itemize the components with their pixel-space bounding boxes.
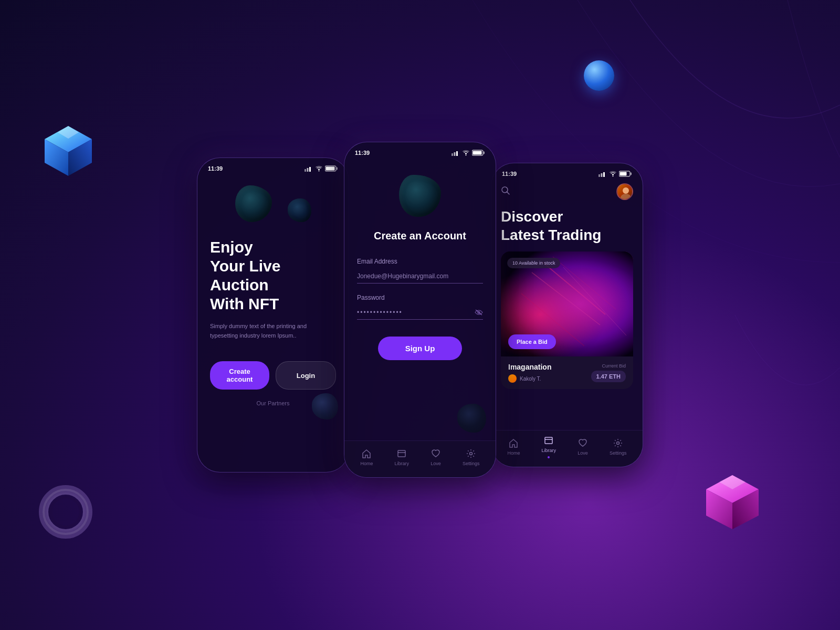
bid-info: Current Bid 1.47 ETH (591, 363, 626, 382)
svg-rect-11 (304, 169, 306, 172)
svg-rect-12 (307, 168, 309, 172)
blob-decoration (210, 175, 336, 238)
email-input[interactable] (357, 269, 483, 284)
library-icon-right (543, 435, 554, 446)
bid-label: Current Bid (591, 363, 626, 369)
svg-point-33 (613, 175, 614, 176)
svg-point-51 (617, 442, 620, 444)
place-bid-button[interactable]: Place a Bid (508, 334, 556, 349)
nav-home-right[interactable]: Home (507, 438, 520, 456)
phone-left: 11:39 (197, 158, 349, 472)
phones-container: 11:39 (197, 147, 643, 483)
library-icon-center (396, 448, 407, 459)
svg-line-38 (507, 192, 510, 195)
email-field-group: Email Address (357, 258, 483, 284)
svg-rect-17 (326, 167, 335, 171)
nav-love-label-center: Love (430, 461, 441, 466)
blob-small (288, 198, 311, 222)
wifi-icon (315, 166, 323, 172)
time-left: 11:39 (208, 165, 223, 172)
status-icons-left (304, 165, 338, 172)
nav-settings-center[interactable]: Settings (463, 448, 480, 466)
love-icon-center (430, 448, 441, 459)
bottom-nav-center: Home Library Love Setting (344, 440, 496, 477)
status-icons-center (452, 150, 485, 156)
svg-rect-32 (603, 172, 605, 177)
nav-home-label-center: Home (360, 461, 373, 466)
home-icon-center (361, 448, 372, 459)
settings-icon-center (466, 448, 476, 459)
time-right: 11:39 (502, 171, 517, 177)
sphere-blue-decoration (584, 60, 614, 91)
battery-icon (325, 165, 338, 172)
nft-card: 10 Available in stock Place a Bid Imagan… (501, 251, 633, 389)
svg-rect-16 (337, 167, 338, 170)
nft-creator: Kakoly T. (508, 374, 551, 383)
time-center: 11:39 (355, 150, 370, 156)
nav-home-center[interactable]: Home (360, 448, 373, 466)
password-input[interactable] (357, 306, 483, 320)
nav-settings-label-center: Settings (463, 461, 480, 466)
blob-bottom-center (457, 404, 486, 433)
nav-library-center[interactable]: Library (394, 448, 409, 466)
create-account-button[interactable]: Create account (210, 361, 269, 390)
home-icon-right (508, 438, 519, 448)
creator-name: Kakoly T. (520, 376, 541, 382)
status-icons-right (598, 171, 632, 177)
nav-settings-right[interactable]: Settings (610, 438, 627, 456)
discover-title: Discover Latest Trading (491, 205, 643, 251)
svg-point-40 (621, 194, 631, 200)
svg-point-29 (470, 452, 472, 455)
svg-rect-36 (620, 172, 627, 176)
email-input-wrapper (357, 269, 483, 284)
wifi-icon-r (609, 171, 617, 177)
signal-icon (304, 166, 313, 172)
svg-rect-30 (598, 174, 600, 177)
svg-line-48 (563, 267, 626, 335)
battery-icon-r (619, 171, 632, 177)
user-avatar[interactable] (616, 183, 633, 200)
right-header (491, 180, 643, 205)
svg-point-21 (466, 154, 467, 155)
svg-rect-27 (398, 450, 405, 457)
status-bar-left: 11:39 (197, 158, 349, 175)
svg-line-46 (553, 257, 616, 309)
pink-cube-decoration (693, 467, 772, 546)
toggle-password-icon[interactable] (475, 309, 483, 317)
blob-large (235, 185, 272, 222)
nav-library-right[interactable]: Library (541, 435, 556, 458)
active-dot (548, 456, 550, 458)
nav-library-label-center: Library (394, 461, 409, 466)
login-button[interactable]: Login (276, 361, 336, 390)
create-account-title: Create an Account (357, 230, 483, 242)
svg-rect-31 (601, 173, 603, 177)
svg-rect-35 (631, 173, 632, 175)
bottom-blob (312, 393, 338, 419)
email-label: Email Address (357, 258, 483, 265)
signal-icon-r (598, 171, 607, 177)
search-icon[interactable] (501, 186, 510, 197)
svg-rect-49 (545, 437, 552, 444)
battery-icon-c (472, 150, 485, 156)
nav-love-label-right: Love (578, 450, 588, 456)
password-input-wrapper (357, 306, 483, 320)
nav-settings-label-right: Settings (610, 450, 627, 456)
password-label: Password (357, 294, 483, 301)
wifi-icon-c (462, 150, 470, 156)
nft-info: Imaganation Kakoly T. Current Bid 1.47 E… (501, 356, 633, 389)
password-field-group: Password (357, 294, 483, 320)
signup-button[interactable]: Sign Up (378, 337, 462, 360)
left-content: Enjoy Your Live Auction With NFT Simply … (197, 175, 349, 406)
love-icon-right (578, 438, 588, 448)
stock-badge: 10 Available in stock (507, 258, 560, 268)
signal-icon-c (452, 150, 460, 156)
svg-point-14 (319, 170, 320, 171)
nav-home-label-right: Home (507, 450, 520, 456)
svg-point-39 (623, 187, 629, 194)
creator-avatar (508, 374, 517, 383)
svg-rect-19 (454, 152, 456, 156)
nav-love-right[interactable]: Love (578, 438, 588, 456)
nav-love-center[interactable]: Love (430, 448, 441, 466)
settings-icon-right (613, 438, 623, 448)
account-blob (357, 159, 483, 230)
